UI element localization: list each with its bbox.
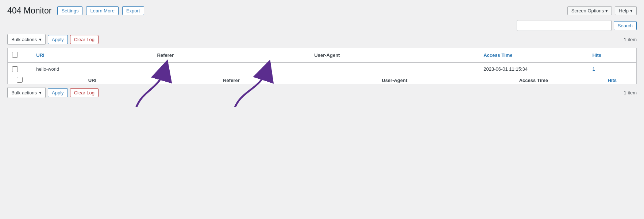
bottom-actions-left: Bulk actions ▾ Apply Clear Log bbox=[7, 87, 99, 98]
chevron-down-icon: ▾ bbox=[39, 90, 42, 95]
top-actions-row: Bulk actions ▾ Apply Clear Log 1 item bbox=[7, 34, 637, 45]
row-checkbox-cell bbox=[8, 63, 32, 77]
bulk-actions-dropdown[interactable]: Bulk actions ▾ bbox=[7, 34, 46, 45]
chevron-down-icon: ▾ bbox=[39, 37, 42, 42]
log-table-wrapper: URI Referer User-Agent Access Time Hits bbox=[7, 48, 637, 84]
top-bar-left: 404 Monitor Settings Learn More Export bbox=[7, 6, 144, 16]
help-button[interactable]: Help ▾ bbox=[615, 6, 637, 15]
table-header-row: URI Referer User-Agent Access Time Hits bbox=[8, 48, 636, 63]
search-button[interactable]: Search bbox=[614, 21, 637, 30]
bottom-bulk-actions-dropdown[interactable]: Bulk actions ▾ bbox=[7, 87, 46, 98]
col-header-checkbox bbox=[8, 48, 32, 63]
export-button[interactable]: Export bbox=[122, 6, 144, 15]
bottom-item-count: 1 item bbox=[624, 90, 637, 95]
top-actions-left: Bulk actions ▾ Apply Clear Log bbox=[7, 34, 99, 45]
top-clear-log-button[interactable]: Clear Log bbox=[70, 35, 99, 44]
col-header-access-time[interactable]: Access Time bbox=[479, 48, 588, 63]
row-access-time-cell: 2023-06-01 11:15:34 bbox=[479, 63, 588, 77]
col-header-hits: Hits bbox=[588, 48, 636, 63]
log-table: URI Referer User-Agent Access Time Hits bbox=[8, 48, 636, 84]
col-footer-access-time: Access Time bbox=[479, 77, 588, 84]
search-bar-row: Search bbox=[7, 20, 637, 31]
chevron-down-icon: ▾ bbox=[605, 8, 608, 13]
row-uri-cell: hello-world bbox=[32, 63, 153, 77]
col-footer-checkbox bbox=[8, 77, 32, 84]
col-header-referer: Referer bbox=[153, 48, 310, 63]
search-input[interactable] bbox=[517, 20, 612, 31]
top-bar: 404 Monitor Settings Learn More Export S… bbox=[7, 6, 637, 16]
col-header-uri[interactable]: URI bbox=[32, 48, 153, 63]
col-footer-useragent: User-Agent bbox=[310, 77, 479, 84]
settings-button[interactable]: Settings bbox=[57, 6, 82, 15]
learn-more-button[interactable]: Learn More bbox=[86, 6, 118, 15]
bottom-actions-row: Bulk actions ▾ Apply Clear Log 1 item bbox=[7, 87, 637, 98]
bottom-clear-log-button[interactable]: Clear Log bbox=[70, 88, 99, 97]
top-item-count: 1 item bbox=[624, 37, 637, 42]
row-hits-cell[interactable]: 1 bbox=[588, 63, 636, 77]
row-referer-cell bbox=[153, 63, 310, 77]
col-footer-hits: Hits bbox=[588, 77, 636, 84]
top-bar-right: Screen Options ▾ Help ▾ bbox=[567, 6, 637, 15]
screen-options-button[interactable]: Screen Options ▾ bbox=[567, 6, 612, 15]
col-header-useragent: User-Agent bbox=[310, 48, 479, 63]
bottom-apply-button[interactable]: Apply bbox=[48, 88, 68, 97]
footer-select-all-checkbox[interactable] bbox=[17, 77, 23, 83]
table-row: hello-world 2023-06-01 11:15:34 1 bbox=[8, 63, 636, 77]
select-all-checkbox[interactable] bbox=[12, 52, 18, 58]
col-footer-uri: URI bbox=[32, 77, 153, 84]
row-useragent-cell bbox=[310, 63, 479, 77]
col-footer-referer: Referer bbox=[153, 77, 310, 84]
top-apply-button[interactable]: Apply bbox=[48, 35, 68, 44]
table-footer-header-row: URI Referer User-Agent Access Time Hits bbox=[8, 77, 636, 84]
chevron-down-icon: ▾ bbox=[630, 8, 633, 13]
row-checkbox[interactable] bbox=[12, 66, 18, 72]
page-title: 404 Monitor bbox=[7, 6, 51, 16]
